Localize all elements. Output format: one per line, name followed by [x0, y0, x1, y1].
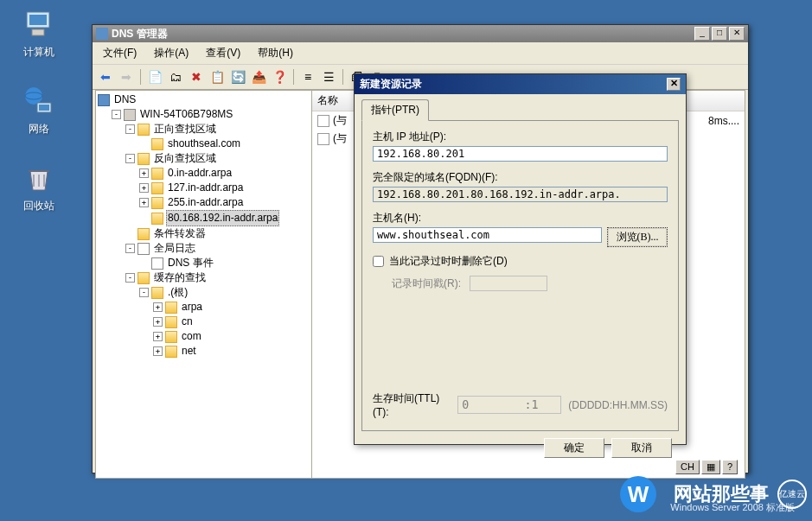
collapse-icon[interactable]: -	[125, 273, 135, 283]
expand-icon[interactable]: +	[153, 317, 163, 327]
desktop-network[interactable]: 网络	[9, 84, 69, 137]
folder-icon	[165, 331, 177, 343]
collapse-icon[interactable]: -	[125, 154, 135, 163]
close-button[interactable]: ✕	[729, 27, 745, 41]
menu-view[interactable]: 查看(V)	[201, 44, 246, 62]
ttl-input	[457, 396, 561, 414]
nav-back-button[interactable]: ⬅	[96, 67, 115, 86]
folder-icon	[137, 228, 150, 240]
tree-tld-com[interactable]: +com	[153, 329, 310, 344]
collapse-icon[interactable]: -	[125, 244, 135, 253]
delete-stale-checkbox[interactable]	[373, 256, 384, 267]
help-button[interactable]: ❓	[270, 67, 289, 86]
expand-icon[interactable]: +	[153, 346, 163, 356]
folder-icon	[151, 182, 163, 194]
server-icon	[124, 109, 136, 121]
minimize-button[interactable]: _	[694, 27, 710, 41]
cancel-button[interactable]: 取消	[611, 438, 672, 458]
nav-forward-button[interactable]: ➡	[117, 67, 136, 86]
tree-rev-255[interactable]: +255.in-addr.arpa	[139, 195, 310, 210]
tree-server[interactable]: -WIN-54T06B798MS	[112, 107, 310, 122]
svg-rect-2	[32, 29, 44, 35]
host-ip-label: 主机 IP 地址(P):	[373, 130, 668, 144]
window-title: DNS 管理器	[112, 27, 694, 41]
fqdn-label: 完全限定的域名(FQDN)(F):	[373, 170, 668, 185]
desktop-recycle[interactable]: 回收站	[9, 161, 69, 213]
dialog-titlebar[interactable]: 新建资源记录 ✕	[355, 74, 686, 94]
collapse-icon[interactable]: -	[125, 124, 135, 134]
folder-icon	[165, 346, 177, 358]
tree-tld-cn[interactable]: +cn	[153, 315, 310, 329]
expand-icon[interactable]: +	[139, 183, 149, 193]
dns-app-icon	[96, 28, 108, 40]
menu-file[interactable]: 文件(F)	[98, 44, 142, 62]
folder-icon	[151, 287, 163, 299]
log-icon	[137, 243, 150, 255]
collapse-icon[interactable]: -	[139, 288, 149, 297]
tree-dns-events[interactable]: DNS 事件	[139, 256, 310, 270]
dialog-close-button[interactable]: ✕	[667, 78, 681, 91]
tree-fwd-domain[interactable]: shouthseal.com	[139, 137, 310, 151]
folder-icon	[137, 272, 150, 284]
up-button[interactable]: 📄	[145, 67, 164, 86]
list-2-button[interactable]: ☰	[319, 67, 338, 86]
tree-tld-arpa[interactable]: +arpa	[153, 300, 310, 315]
menu-action[interactable]: 操作(A)	[149, 44, 194, 62]
tree-cond-fwd[interactable]: 条件转发器	[125, 226, 310, 241]
show-hide-button[interactable]: 🗂	[166, 67, 185, 86]
dns-icon	[98, 94, 110, 106]
expand-icon[interactable]: +	[139, 168, 149, 178]
folder-icon	[137, 153, 150, 165]
collapse-icon[interactable]: -	[112, 110, 121, 119]
language-bar[interactable]: CH ▦ ?	[675, 460, 738, 474]
folder-icon	[151, 197, 163, 209]
network-icon	[22, 84, 56, 118]
desktop-computer[interactable]: 计算机	[9, 7, 69, 60]
expand-icon[interactable]: +	[139, 198, 149, 207]
expand-icon[interactable]: +	[153, 332, 163, 341]
hostname-input[interactable]	[373, 227, 602, 243]
dns-titlebar[interactable]: DNS 管理器 _ □ ✕	[93, 25, 748, 42]
export-button[interactable]: 📤	[249, 67, 268, 86]
ime-help-icon[interactable]: ?	[722, 460, 738, 474]
tree-rev-zones[interactable]: -反向查找区域	[125, 151, 310, 166]
folder-icon	[151, 138, 163, 150]
tree-dns-root[interactable]: DNS	[98, 92, 310, 107]
refresh-button[interactable]: 🔄	[228, 67, 247, 86]
ok-button[interactable]: 确定	[544, 438, 604, 458]
folder-icon	[165, 302, 177, 314]
tree-global-log[interactable]: -全局日志	[125, 241, 310, 256]
delete-stale-label: 当此记录过时时删除它(D)	[389, 254, 508, 269]
tree-pane[interactable]: DNS -WIN-54T06B798MS -正向查找区域 shouthseal.…	[96, 91, 312, 478]
expand-icon[interactable]: +	[153, 302, 163, 312]
os-watermark: Windows Server 2008 标准版	[670, 501, 795, 514]
ttl-hint: (DDDDD:HH.MM.SS)	[568, 399, 668, 411]
delete-button[interactable]: ✖	[187, 67, 206, 86]
folder-icon	[165, 316, 177, 328]
hostname-label: 主机名(H):	[373, 211, 668, 226]
ime-icon[interactable]: ▦	[701, 460, 720, 474]
menubar: 文件(F) 操作(A) 查看(V) 帮助(H)	[93, 42, 748, 65]
tree-root-dot[interactable]: -.(根)	[139, 285, 310, 300]
browse-button[interactable]: 浏览(B)...	[607, 227, 668, 247]
tree-rev-80[interactable]: 80.168.192.in-addr.arpa	[139, 210, 310, 226]
tree-fwd-zones[interactable]: -正向查找区域	[125, 122, 310, 137]
lang-ch[interactable]: CH	[675, 460, 700, 474]
tree-rev-0[interactable]: +0.in-addr.arpa	[139, 166, 310, 181]
timestamp-input	[470, 276, 547, 291]
ttl-label: 生存时间(TTL)(T):	[373, 391, 451, 418]
maximize-button[interactable]: □	[712, 27, 727, 41]
tree-rev-127[interactable]: +127.in-addr.arpa	[139, 181, 310, 195]
tree-tld-net[interactable]: +net	[153, 344, 310, 359]
properties-button[interactable]: 📋	[208, 67, 227, 86]
tab-ptr[interactable]: 指针(PTR)	[361, 99, 429, 121]
host-ip-input[interactable]	[373, 146, 668, 162]
svg-rect-6	[39, 105, 49, 111]
menu-help[interactable]: 帮助(H)	[253, 44, 298, 62]
svg-point-3	[25, 87, 42, 105]
list-1-button[interactable]: ≡	[298, 67, 317, 86]
watermark-logo-icon: W	[620, 476, 656, 512]
svg-rect-1	[29, 15, 47, 25]
tree-cache[interactable]: -缓存的查找	[125, 270, 310, 285]
fqdn-input	[373, 187, 668, 202]
